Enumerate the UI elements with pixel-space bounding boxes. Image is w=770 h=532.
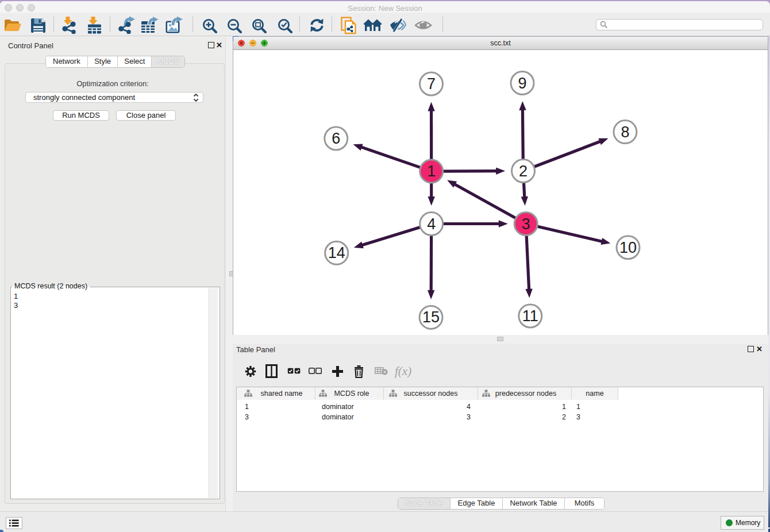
svg-text:10: 10 — [619, 239, 637, 256]
svg-text:14: 14 — [328, 244, 345, 261]
svg-text:2: 2 — [519, 163, 528, 180]
svg-text:1: 1 — [427, 163, 436, 180]
svg-text:15: 15 — [422, 309, 440, 326]
svg-text:8: 8 — [621, 124, 629, 141]
svg-text:3: 3 — [522, 215, 530, 233]
svg-text:7: 7 — [427, 75, 436, 92]
svg-text:9: 9 — [518, 75, 526, 92]
svg-text:4: 4 — [427, 215, 436, 233]
svg-text:11: 11 — [522, 307, 538, 325]
svg-text:6: 6 — [332, 130, 340, 147]
